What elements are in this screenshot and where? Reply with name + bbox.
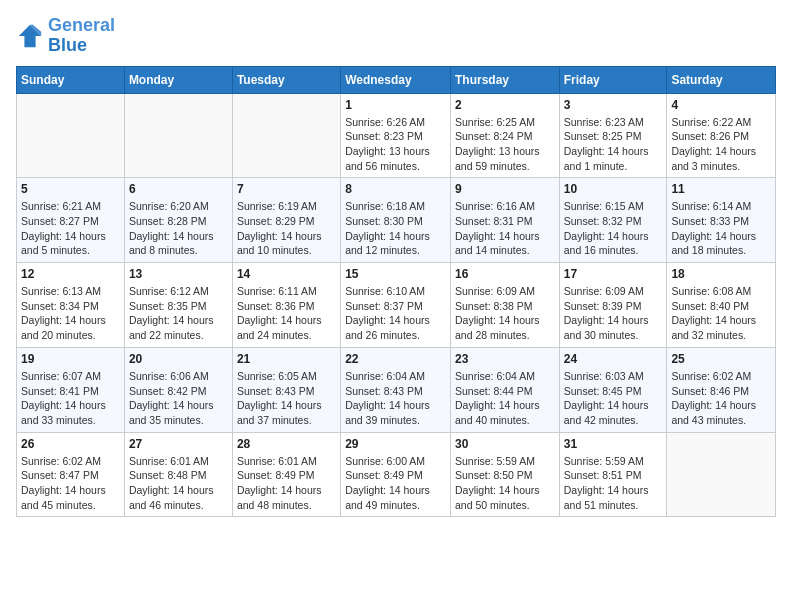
day-info: Sunrise: 6:22 AM Sunset: 8:26 PM Dayligh… [671,115,771,174]
calendar-body: 1Sunrise: 6:26 AM Sunset: 8:23 PM Daylig… [17,93,776,517]
day-info: Sunrise: 6:13 AM Sunset: 8:34 PM Dayligh… [21,284,120,343]
calendar-cell: 16Sunrise: 6:09 AM Sunset: 8:38 PM Dayli… [450,263,559,348]
calendar-cell: 14Sunrise: 6:11 AM Sunset: 8:36 PM Dayli… [232,263,340,348]
calendar-cell: 13Sunrise: 6:12 AM Sunset: 8:35 PM Dayli… [124,263,232,348]
day-number: 22 [345,352,446,366]
calendar-cell [17,93,125,178]
page-header: General Blue [16,16,776,56]
day-number: 11 [671,182,771,196]
day-info: Sunrise: 6:21 AM Sunset: 8:27 PM Dayligh… [21,199,120,258]
calendar-cell: 25Sunrise: 6:02 AM Sunset: 8:46 PM Dayli… [667,347,776,432]
calendar-cell: 26Sunrise: 6:02 AM Sunset: 8:47 PM Dayli… [17,432,125,517]
weekday-header: Sunday [17,66,125,93]
day-number: 19 [21,352,120,366]
day-info: Sunrise: 6:15 AM Sunset: 8:32 PM Dayligh… [564,199,663,258]
day-number: 4 [671,98,771,112]
day-number: 18 [671,267,771,281]
day-number: 13 [129,267,228,281]
weekday-header: Tuesday [232,66,340,93]
day-info: Sunrise: 6:02 AM Sunset: 8:46 PM Dayligh… [671,369,771,428]
day-number: 16 [455,267,555,281]
day-info: Sunrise: 6:05 AM Sunset: 8:43 PM Dayligh… [237,369,336,428]
day-number: 24 [564,352,663,366]
calendar-cell: 7Sunrise: 6:19 AM Sunset: 8:29 PM Daylig… [232,178,340,263]
day-info: Sunrise: 6:19 AM Sunset: 8:29 PM Dayligh… [237,199,336,258]
calendar-week-row: 12Sunrise: 6:13 AM Sunset: 8:34 PM Dayli… [17,263,776,348]
calendar-cell: 29Sunrise: 6:00 AM Sunset: 8:49 PM Dayli… [341,432,451,517]
day-number: 21 [237,352,336,366]
day-info: Sunrise: 6:09 AM Sunset: 8:38 PM Dayligh… [455,284,555,343]
day-number: 29 [345,437,446,451]
calendar-cell: 30Sunrise: 5:59 AM Sunset: 8:50 PM Dayli… [450,432,559,517]
weekday-header: Wednesday [341,66,451,93]
calendar-cell [124,93,232,178]
day-info: Sunrise: 6:02 AM Sunset: 8:47 PM Dayligh… [21,454,120,513]
day-info: Sunrise: 6:18 AM Sunset: 8:30 PM Dayligh… [345,199,446,258]
day-info: Sunrise: 6:01 AM Sunset: 8:48 PM Dayligh… [129,454,228,513]
day-number: 26 [21,437,120,451]
day-info: Sunrise: 6:01 AM Sunset: 8:49 PM Dayligh… [237,454,336,513]
weekday-header: Saturday [667,66,776,93]
day-info: Sunrise: 6:23 AM Sunset: 8:25 PM Dayligh… [564,115,663,174]
day-number: 14 [237,267,336,281]
calendar-week-row: 19Sunrise: 6:07 AM Sunset: 8:41 PM Dayli… [17,347,776,432]
calendar-header: SundayMondayTuesdayWednesdayThursdayFrid… [17,66,776,93]
day-number: 6 [129,182,228,196]
day-number: 30 [455,437,555,451]
calendar-cell: 3Sunrise: 6:23 AM Sunset: 8:25 PM Daylig… [559,93,667,178]
day-number: 15 [345,267,446,281]
day-info: Sunrise: 6:14 AM Sunset: 8:33 PM Dayligh… [671,199,771,258]
calendar-week-row: 26Sunrise: 6:02 AM Sunset: 8:47 PM Dayli… [17,432,776,517]
calendar-cell: 2Sunrise: 6:25 AM Sunset: 8:24 PM Daylig… [450,93,559,178]
calendar-cell: 23Sunrise: 6:04 AM Sunset: 8:44 PM Dayli… [450,347,559,432]
calendar-cell: 1Sunrise: 6:26 AM Sunset: 8:23 PM Daylig… [341,93,451,178]
calendar-week-row: 1Sunrise: 6:26 AM Sunset: 8:23 PM Daylig… [17,93,776,178]
day-info: Sunrise: 6:11 AM Sunset: 8:36 PM Dayligh… [237,284,336,343]
calendar-cell: 24Sunrise: 6:03 AM Sunset: 8:45 PM Dayli… [559,347,667,432]
calendar-cell: 11Sunrise: 6:14 AM Sunset: 8:33 PM Dayli… [667,178,776,263]
calendar-cell: 12Sunrise: 6:13 AM Sunset: 8:34 PM Dayli… [17,263,125,348]
day-info: Sunrise: 5:59 AM Sunset: 8:50 PM Dayligh… [455,454,555,513]
day-number: 3 [564,98,663,112]
weekday-header: Thursday [450,66,559,93]
day-number: 17 [564,267,663,281]
day-info: Sunrise: 6:06 AM Sunset: 8:42 PM Dayligh… [129,369,228,428]
logo: General Blue [16,16,115,56]
day-number: 10 [564,182,663,196]
calendar-week-row: 5Sunrise: 6:21 AM Sunset: 8:27 PM Daylig… [17,178,776,263]
day-info: Sunrise: 6:16 AM Sunset: 8:31 PM Dayligh… [455,199,555,258]
calendar-cell: 21Sunrise: 6:05 AM Sunset: 8:43 PM Dayli… [232,347,340,432]
calendar-cell: 15Sunrise: 6:10 AM Sunset: 8:37 PM Dayli… [341,263,451,348]
day-info: Sunrise: 6:00 AM Sunset: 8:49 PM Dayligh… [345,454,446,513]
calendar-cell: 27Sunrise: 6:01 AM Sunset: 8:48 PM Dayli… [124,432,232,517]
calendar-cell [667,432,776,517]
day-number: 5 [21,182,120,196]
day-number: 31 [564,437,663,451]
weekday-header: Friday [559,66,667,93]
day-info: Sunrise: 5:59 AM Sunset: 8:51 PM Dayligh… [564,454,663,513]
calendar-cell: 10Sunrise: 6:15 AM Sunset: 8:32 PM Dayli… [559,178,667,263]
day-info: Sunrise: 6:09 AM Sunset: 8:39 PM Dayligh… [564,284,663,343]
calendar-cell: 4Sunrise: 6:22 AM Sunset: 8:26 PM Daylig… [667,93,776,178]
day-info: Sunrise: 6:08 AM Sunset: 8:40 PM Dayligh… [671,284,771,343]
day-info: Sunrise: 6:10 AM Sunset: 8:37 PM Dayligh… [345,284,446,343]
day-number: 25 [671,352,771,366]
day-number: 12 [21,267,120,281]
calendar-cell: 31Sunrise: 5:59 AM Sunset: 8:51 PM Dayli… [559,432,667,517]
day-number: 1 [345,98,446,112]
calendar-cell: 8Sunrise: 6:18 AM Sunset: 8:30 PM Daylig… [341,178,451,263]
calendar-table: SundayMondayTuesdayWednesdayThursdayFrid… [16,66,776,518]
day-info: Sunrise: 6:04 AM Sunset: 8:44 PM Dayligh… [455,369,555,428]
calendar-cell: 5Sunrise: 6:21 AM Sunset: 8:27 PM Daylig… [17,178,125,263]
calendar-cell: 17Sunrise: 6:09 AM Sunset: 8:39 PM Dayli… [559,263,667,348]
day-info: Sunrise: 6:25 AM Sunset: 8:24 PM Dayligh… [455,115,555,174]
day-info: Sunrise: 6:07 AM Sunset: 8:41 PM Dayligh… [21,369,120,428]
calendar-cell: 20Sunrise: 6:06 AM Sunset: 8:42 PM Dayli… [124,347,232,432]
day-number: 23 [455,352,555,366]
day-info: Sunrise: 6:26 AM Sunset: 8:23 PM Dayligh… [345,115,446,174]
calendar-cell: 19Sunrise: 6:07 AM Sunset: 8:41 PM Dayli… [17,347,125,432]
day-number: 20 [129,352,228,366]
day-number: 8 [345,182,446,196]
weekday-header: Monday [124,66,232,93]
calendar-cell [232,93,340,178]
